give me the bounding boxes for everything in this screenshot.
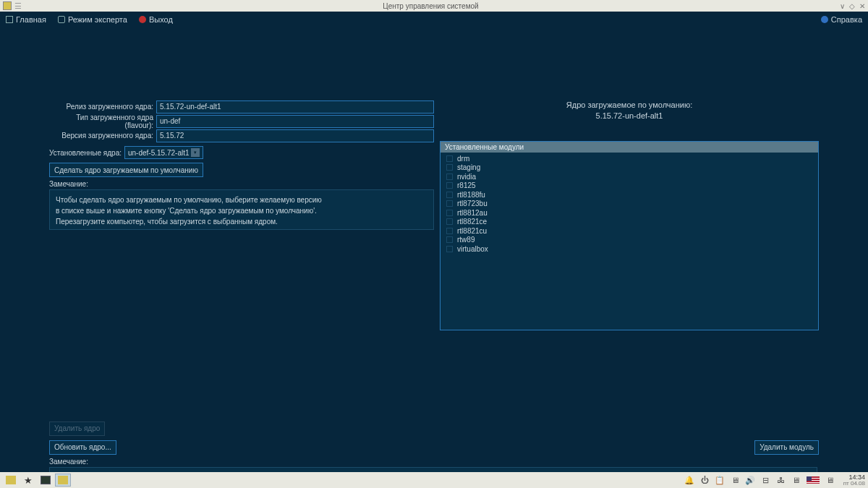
menu-home-label: Главная [16,15,46,24]
remove-kernel-button[interactable]: Удалить ядро [49,421,105,436]
kernel-version-field[interactable]: 5.15.72 [156,129,434,142]
menu-exit[interactable]: Выход [139,15,173,24]
note-label-2: Замечание: [49,458,819,466]
make-default-button[interactable]: Сделать ядро загружаемым по умолчанию [49,163,203,177]
display-icon [58,16,65,23]
update-kernel-button[interactable]: Обновить ядро... [49,440,116,455]
menu-home[interactable]: Главная [6,15,46,24]
installed-kernels-select[interactable]: un-def-5.15.72-alt1 ▾ [124,146,203,159]
module-item-label: virtualbox [457,245,488,253]
taskbar-terminal[interactable] [38,474,54,487]
module-item[interactable]: rtl8723bu [446,199,812,208]
help-icon [821,16,828,23]
keyboard-layout-flag[interactable] [807,476,820,484]
maximize-icon[interactable]: ◇ [849,2,855,10]
module-item-label: staging [457,163,480,171]
checkbox-icon[interactable] [446,228,453,234]
module-item[interactable]: virtualbox [446,244,812,254]
checkbox-icon[interactable] [446,236,453,243]
checkbox-icon[interactable] [446,210,453,216]
menu-help[interactable]: Справка [821,15,862,24]
exit-icon [139,16,146,23]
kernel-release-field[interactable]: 5.15.72-un-def-alt1 [156,100,434,114]
checkbox-icon[interactable] [446,164,453,171]
module-item[interactable]: nvidia [446,172,812,181]
checkbox-icon[interactable] [446,218,453,225]
note-label-1: Замечание: [49,180,434,188]
system-tray: 🔔 ⏻ 📋 🖥 🔊 ⊟ 🖧 🖥 🖥 14:34 пт 04.08 [685,474,865,487]
storage-icon[interactable]: ⊟ [761,476,770,485]
clipboard-icon[interactable]: 📋 [715,476,725,485]
taskbar: ★ 🔔 ⏻ 📋 🖥 🔊 ⊟ 🖧 🖥 🖥 14:34 пт 04.08 [0,472,868,488]
module-item[interactable]: r8125 [446,181,812,190]
checkbox-icon[interactable] [446,155,453,162]
checkbox-icon[interactable] [446,174,453,180]
module-item-label: rtl8723bu [457,200,488,207]
module-item[interactable]: drm [446,154,812,163]
notification-icon[interactable]: 🔔 [685,476,694,485]
module-item-label: rtl8821ce [457,218,487,226]
window-titlebar: ☰ Центр управления системой ∨ ◇ ✕ [0,0,868,12]
kernel-flavour-label: Тип загруженного ядра (flavour): [49,114,156,129]
default-kernel-info: Ядро загружаемое по умолчанию: 5.15.72-u… [440,100,819,122]
display-icon[interactable]: 🖥 [731,476,740,485]
module-item-label: drm [457,155,469,163]
kernel-release-label: Релиз загруженного ядра: [49,103,156,111]
module-item[interactable]: rtw89 [446,235,812,244]
home-icon [6,16,13,23]
module-item[interactable]: staging [446,163,812,172]
monitor-icon[interactable]: 🖥 [791,476,801,485]
volume-icon[interactable]: 🔊 [746,476,755,485]
modules-list[interactable]: drmstagingnvidiar8125rtl8188furtl8723bur… [441,153,818,330]
kernel-version-label: Версия загруженного ядра: [49,132,156,140]
note-box-1: Чтобы сделать ядро загружаемым по умолча… [49,189,434,230]
modules-listbox: Установленные модули drmstagingnvidiar81… [440,141,819,330]
module-item-label: rtw89 [457,236,475,244]
minimize-icon[interactable]: ∨ [840,2,845,10]
module-item[interactable]: rtl8821cu [446,226,812,236]
power-icon[interactable]: ⏻ [700,476,710,485]
close-icon[interactable]: ✕ [859,2,865,10]
taskbar-favorites[interactable]: ★ [20,474,36,487]
checkbox-icon[interactable] [446,200,453,207]
menu-help-label: Справка [831,15,862,24]
module-item-label: rtl8821cu [457,227,487,235]
module-item-label: nvidia [457,173,476,181]
menu-expert-mode[interactable]: Режим эксперта [58,15,127,24]
app-menubar: Главная Режим эксперта Выход Справка [0,12,868,27]
main-content-area: Релиз загруженного ядра: 5.15.72-un-def-… [0,27,868,472]
checkbox-icon[interactable] [446,246,453,252]
menu-exit-label: Выход [149,15,173,24]
menu-expert-label: Режим эксперта [68,15,127,24]
chevron-down-icon: ▾ [191,148,200,157]
installed-kernels-label: Установленные ядра: [49,149,124,157]
checkbox-icon[interactable] [446,182,453,189]
clock[interactable]: 14:34 пт 04.08 [843,474,865,487]
app-icon [3,1,12,10]
taskbar-app-active[interactable] [55,474,71,487]
module-item[interactable]: rtl8812au [446,208,812,218]
module-item-label: rtl8188fu [457,191,485,199]
window-title: Центр управления системой [22,2,840,10]
titlebar-menu-icon[interactable]: ☰ [14,1,22,11]
module-item-label: rtl8812au [457,209,488,217]
kernel-flavour-field[interactable]: un-def [156,115,434,128]
modules-header: Установленные модули [441,142,818,153]
module-item-label: r8125 [457,181,476,189]
network-icon[interactable]: 🖧 [776,476,786,485]
module-item[interactable]: rtl8821ce [446,217,812,226]
taskbar-app-1[interactable] [3,474,19,487]
module-item[interactable]: rtl8188fu [446,190,812,200]
checkbox-icon[interactable] [446,192,453,198]
remove-module-button[interactable]: Удалить модуль [754,440,819,455]
tray-extra-icon[interactable]: 🖥 [825,476,835,485]
